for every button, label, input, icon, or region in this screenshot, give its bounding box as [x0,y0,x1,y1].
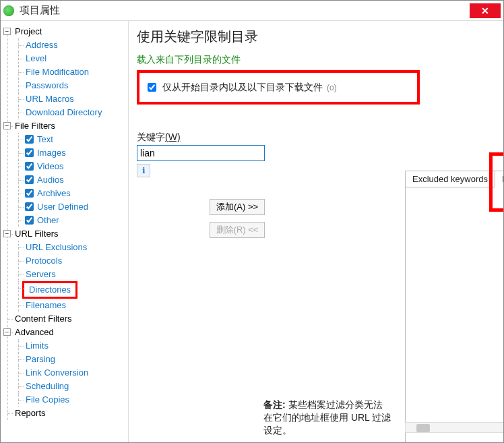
tree-directories[interactable]: Directories [28,285,71,295]
app-icon [3,5,14,16]
expander-advanced[interactable]: − [3,328,11,336]
tree-address[interactable]: Address [25,40,59,50]
window-title: 项目属性 [20,4,470,17]
footnote-label: 备注: [263,399,286,410]
tree-file-copies[interactable]: File Copies [25,394,70,405]
cb-videos[interactable] [25,162,34,171]
tree-protocols[interactable]: Protocols [25,256,63,266]
tree-text[interactable]: Text [36,134,54,144]
tree-reports[interactable]: Reports [14,408,46,418]
tree-user-defined[interactable]: User Defined [36,202,89,212]
cb-only-start-dir[interactable] [148,83,156,92]
add-button[interactable]: 添加(A) >> [210,199,265,215]
tree-level[interactable]: Level [25,53,47,63]
delete-button[interactable]: 删除(R) << [210,222,265,238]
tree-servers[interactable]: Servers [25,269,57,279]
tree-filenames[interactable]: Filenames [25,300,67,310]
tab-excluded-keywords[interactable]: Excluded keywords [405,171,495,187]
tree-other[interactable]: Other [36,215,60,225]
tree-content-filters[interactable]: Content Filters [14,314,73,324]
tab-included-keywords[interactable]: Included keywords [495,171,503,187]
tree-images[interactable]: Images [36,148,67,158]
tree-file-modification[interactable]: File Modification [25,67,90,77]
keyword-label-key: (W) [165,131,181,142]
tree-advanced[interactable]: Advanced [14,327,55,337]
tree-scheduling[interactable]: Scheduling [25,381,69,391]
close-button[interactable]: ✕ [470,3,501,18]
cb-text[interactable] [25,135,34,144]
tree-url-filters[interactable]: URL Filters [14,229,59,239]
keywords-tabs-panel: Excluded keywords Included keywords [405,171,503,442]
cb-only-start-dir-label: 仅从开始目录内以及以下目录下载文件 [162,82,323,94]
expander-url-filters[interactable]: − [3,230,11,237]
cb-only-start-dir-key: (o) [327,83,337,92]
scrollbar-thumb[interactable] [416,424,430,432]
tree-link-conversion[interactable]: Link Conversion [25,367,89,378]
tree-parsing[interactable]: Parsing [25,354,56,364]
tree-file-filters[interactable]: File Filters [14,121,56,131]
cb-audios[interactable] [25,175,34,184]
highlight-only-start-dir: 仅从开始目录内以及以下目录下载文件 (o) [137,70,420,105]
tree-archives[interactable]: Archives [36,188,71,198]
expander-file-filters[interactable]: − [3,122,11,129]
tree-videos[interactable]: Videos [36,161,65,171]
cb-archives[interactable] [25,189,34,198]
keyword-input[interactable] [137,145,265,161]
keyword-helper-icon: ℹ [142,166,146,175]
close-icon: ✕ [481,5,489,16]
tree-passwords[interactable]: Passwords [25,80,69,90]
section-subtitle: 载入来自下列目录的文件 [137,54,495,66]
tree-audios[interactable]: Audios [36,175,65,185]
tree-url-macros[interactable]: URL Macros [25,94,75,104]
titlebar: 项目属性 ✕ [1,1,503,21]
cb-user-defined[interactable] [25,202,34,211]
keyword-helper-button[interactable]: ℹ [137,164,150,177]
expander-project[interactable]: − [3,28,11,35]
keywords-listbox[interactable] [405,187,503,442]
footnote: 备注: 某些档案过滤分类无法在它们的地址框使用 URL 过滤设定。 [263,398,391,437]
listbox-hscrollbar[interactable] [405,422,503,433]
tree-project[interactable]: Project [14,26,42,36]
page-title: 使用关键字限制目录 [137,28,495,46]
tree-download-directory[interactable]: Download Directory [25,107,102,117]
keyword-label: 关键字 [137,131,165,142]
main-panel: 使用关键字限制目录 载入来自下列目录的文件 仅从开始目录内以及以下目录下载文件 … [129,21,503,442]
tree-limits[interactable]: Limits [25,341,49,351]
cb-images[interactable] [25,148,34,157]
cb-other[interactable] [25,216,34,225]
tree-url-exclusions[interactable]: URL Exclusions [25,242,88,252]
category-tree[interactable]: − Project Address Level File Modificatio… [1,21,129,442]
project-properties-dialog: 项目属性 ✕ − Project Address Level File Modi… [0,0,504,443]
